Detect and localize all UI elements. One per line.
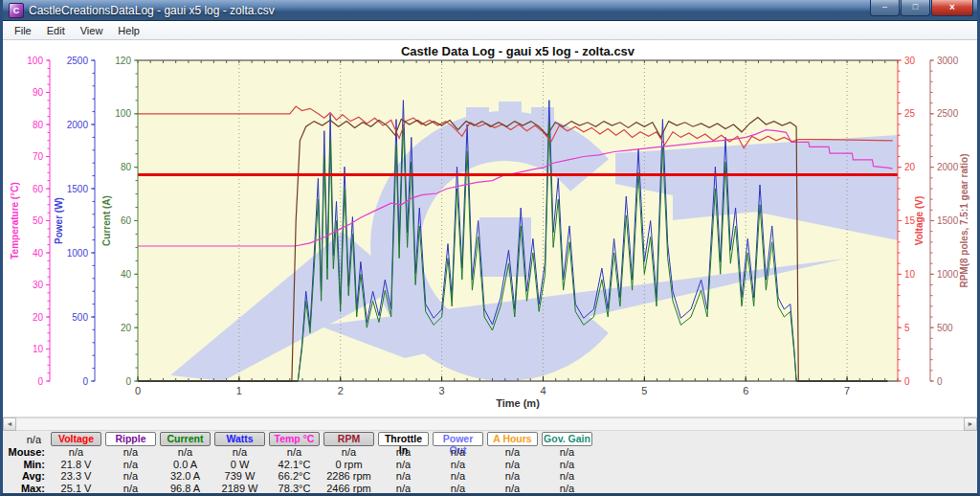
y-tick-label: 60 — [33, 184, 44, 194]
row-label-avg: Avg: — [3, 470, 49, 482]
row-label-min: Min: — [3, 459, 49, 470]
scrollbar-track[interactable] — [16, 417, 964, 431]
titlebar: C CastleCreationsDataLog - gaui x5 log -… — [3, 0, 977, 21]
x-axis-title: Time (m) — [496, 397, 540, 409]
menu-view[interactable]: View — [73, 23, 111, 38]
x-tick-label: 7 — [844, 385, 850, 396]
series-button-watts[interactable]: Watts — [214, 432, 265, 446]
row-label-mouse: Mouse: — [3, 446, 49, 458]
stat-value: n/a — [103, 483, 158, 494]
stat-value: n/a — [540, 446, 594, 458]
y-tick-label: 1500 — [937, 215, 959, 226]
x-tick-label: 2 — [338, 385, 344, 396]
y-tick-label: 80 — [33, 120, 44, 130]
stat-value: 25.1 V — [49, 483, 103, 494]
y-tick-label: 120 — [115, 56, 131, 66]
stat-value: n/a — [267, 446, 322, 458]
menu-edit[interactable]: Edit — [39, 23, 73, 38]
window-title: CastleCreationsDataLog - gaui x5 log - z… — [29, 4, 275, 17]
stat-value: 0 W — [212, 459, 267, 470]
y-tick-label: 2000 — [937, 162, 959, 172]
y-tick-label: 100 — [115, 108, 131, 119]
y-tick-label: 80 — [121, 162, 132, 172]
x-tick-label: 3 — [439, 385, 445, 396]
stat-value: n/a — [485, 470, 540, 482]
y-tick-label: 25 — [904, 108, 916, 119]
stat-value: 739 W — [212, 470, 267, 482]
stat-value: n/a — [540, 459, 594, 470]
stat-value: n/a — [158, 446, 212, 458]
stat-value: 0 rpm — [322, 459, 376, 470]
y-tick-label: 2500 — [67, 56, 89, 66]
data-log-chart[interactable]: 01234567Time (m)0102030405060708090100Te… — [3, 40, 977, 417]
y-tick-label: 1000 — [67, 248, 89, 259]
stat-value: n/a — [376, 483, 431, 494]
series-button-power-out[interactable]: Power Out — [433, 432, 483, 446]
scroll-left-button[interactable]: ◄ — [3, 417, 16, 431]
stat-value: n/a — [485, 446, 540, 458]
stat-value: n/a — [485, 459, 540, 470]
menubar: File Edit View Help — [3, 21, 977, 40]
y-tick-label: 30 — [33, 280, 44, 290]
series-button-gov-gain[interactable]: Gov. Gain — [542, 432, 592, 446]
maximize-button[interactable]: □ — [901, 0, 930, 16]
series-button-ripple[interactable]: Ripple — [105, 432, 156, 446]
series-button-throttle-in[interactable]: Throttle In — [378, 432, 429, 446]
y-tick-label: 0 — [37, 376, 43, 387]
horizontal-scrollbar[interactable]: ◄ ► — [3, 417, 977, 431]
stat-value: n/a — [103, 459, 158, 470]
window-controls: – □ × — [869, 0, 973, 20]
x-tick-label: 4 — [540, 385, 546, 396]
y-tick-label: 20 — [33, 312, 44, 323]
stat-value: n/a — [376, 459, 431, 470]
y-tick-label: 30 — [904, 56, 916, 66]
y-tick-label: 3000 — [937, 56, 959, 66]
close-button[interactable]: × — [931, 0, 973, 16]
y-tick-label: 20 — [121, 323, 132, 333]
stat-value: 0.0 A — [158, 459, 212, 470]
series-button-a-hours[interactable]: A Hours — [487, 432, 538, 446]
series-button-rpm[interactable]: RPM — [323, 432, 374, 446]
minimize-button[interactable]: – — [870, 0, 900, 16]
stat-value: n/a — [376, 446, 431, 458]
stat-value: 96.8 A — [158, 483, 212, 494]
stat-value: 32.0 A — [158, 470, 212, 482]
y-tick-label: 0 — [904, 376, 910, 387]
x-tick-label: 5 — [641, 385, 647, 396]
series-button-current[interactable]: Current — [160, 432, 211, 446]
y-tick-label: 40 — [33, 248, 44, 259]
y-tick-label: 60 — [121, 215, 132, 226]
stat-value: n/a — [103, 470, 158, 482]
scroll-right-button[interactable]: ► — [964, 417, 977, 431]
series-button-temp-c[interactable]: Temp °C — [269, 432, 320, 446]
stat-value: 2286 rpm — [322, 470, 376, 482]
y-tick-label: 90 — [33, 87, 44, 98]
y-tick-label: 50 — [33, 215, 44, 226]
stat-value: n/a — [431, 470, 485, 482]
app-window: C CastleCreationsDataLog - gaui x5 log -… — [0, 0, 980, 496]
stat-value: 21.8 V — [49, 459, 103, 470]
chart-panel: 01234567Time (m)0102030405060708090100Te… — [3, 40, 977, 417]
app-icon: C — [9, 3, 24, 18]
series-button-voltage[interactable]: Voltage — [51, 432, 101, 446]
stat-value: n/a — [485, 483, 540, 494]
stat-value: 23.3 V — [49, 470, 103, 482]
stat-value: n/a — [49, 446, 103, 458]
x-tick-label: 0 — [135, 385, 141, 396]
y-tick-label: 500 — [72, 312, 88, 323]
x-tick-label: 6 — [743, 385, 748, 396]
stat-value: 2466 rpm — [322, 483, 376, 494]
stat-value: 78.3°C — [267, 483, 322, 494]
stat-value: n/a — [540, 483, 594, 494]
menu-help[interactable]: Help — [110, 23, 147, 38]
y-tick-label: 40 — [121, 269, 132, 280]
stats-grid: n/aVoltageRippleCurrentWattsTemp °CRPMTh… — [3, 432, 977, 494]
y-tick-label: 2500 — [937, 108, 959, 119]
y-tick-label: 10 — [33, 344, 44, 354]
axis-title-rpm-8-poles-7-5-1-gear-ratio: RPM(8 poles, 7.5:1 gear ratio) — [959, 153, 969, 287]
y-tick-label: 2000 — [67, 120, 89, 130]
menu-file[interactable]: File — [7, 23, 39, 38]
row-label-max: Max: — [3, 483, 49, 494]
stat-value: 66.2°C — [267, 470, 322, 482]
stat-value: n/a — [103, 446, 158, 458]
